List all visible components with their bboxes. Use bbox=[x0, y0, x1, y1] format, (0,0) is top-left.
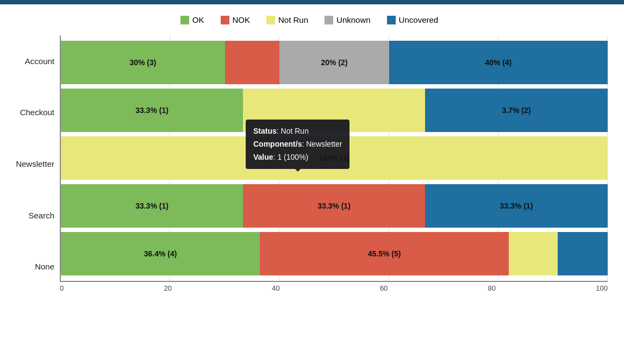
bar-segment-account-unknown: 20% (2) bbox=[279, 41, 389, 84]
legend-label-nok: NOK bbox=[233, 15, 251, 24]
y-label-checkout: Checkout bbox=[11, 108, 54, 117]
bar-row-account: 30% (3)20% (2)40% (4) bbox=[61, 41, 608, 84]
bar-segment-account-uncovered: 40% (4) bbox=[389, 41, 608, 84]
legend-color-notrun bbox=[266, 16, 275, 24]
bar-segment-none-nok: 45.5% (5) bbox=[260, 232, 509, 275]
bar-row-checkout: 33.3% (1)3.7% (2) bbox=[61, 89, 608, 132]
bar-row-newsletter: 100% (1) bbox=[61, 136, 608, 180]
legend-item-notrun: Not Run bbox=[266, 15, 308, 24]
top-bar bbox=[0, 0, 624, 4]
x-axis-label-40: 40 bbox=[272, 284, 279, 292]
x-axis-label-60: 60 bbox=[380, 284, 388, 292]
bar-segment-account-nok bbox=[225, 41, 280, 84]
bar-segment-account-ok: 30% (3) bbox=[61, 41, 225, 84]
legend-label-uncovered: Uncovered bbox=[399, 15, 439, 24]
legend-item-uncovered: Uncovered bbox=[387, 15, 439, 24]
x-axis-label-80: 80 bbox=[488, 284, 496, 292]
y-labels: AccountCheckoutNewsletterSearchNone bbox=[11, 35, 60, 292]
x-axis-label-100: 100 bbox=[596, 284, 608, 292]
bars-and-x: 30% (3)20% (2)40% (4)33.3% (1)3.7% (2)10… bbox=[60, 35, 608, 292]
y-label-newsletter: Newsletter bbox=[11, 159, 54, 168]
x-axis-label-20: 20 bbox=[164, 284, 171, 292]
bar-segment-newsletter-notrun: 100% (1) bbox=[61, 136, 608, 180]
y-label-search: Search bbox=[11, 211, 54, 220]
bar-row-search: 33.3% (1)33.3% (1)33.3% (1) bbox=[61, 184, 608, 228]
bar-segment-search-nok: 33.3% (1) bbox=[243, 184, 425, 228]
x-axis-label-0: 0 bbox=[60, 284, 64, 292]
bar-segment-checkout-notrun bbox=[243, 89, 425, 132]
x-axis: 020406080100 bbox=[60, 282, 608, 292]
legend-item-nok: NOK bbox=[221, 15, 251, 24]
legend-label-notrun: Not Run bbox=[278, 15, 308, 24]
legend-color-unknown bbox=[325, 16, 333, 24]
bar-segment-checkout-ok: 33.3% (1) bbox=[61, 89, 243, 132]
legend-label-ok: OK bbox=[192, 15, 204, 24]
y-label-account: Account bbox=[11, 57, 54, 66]
bar-segment-checkout-uncovered: 3.7% (2) bbox=[425, 89, 608, 132]
bar-row-none: 36.4% (4)45.5% (5) bbox=[61, 232, 608, 275]
bar-segment-none-notrun bbox=[509, 232, 558, 275]
legend-label-unknown: Unknown bbox=[336, 15, 371, 24]
legend-color-ok bbox=[180, 16, 189, 24]
legend-item-unknown: Unknown bbox=[325, 15, 371, 24]
bar-segment-search-uncovered: 33.3% (1) bbox=[425, 184, 608, 228]
bar-segment-none-ok: 36.4% (4) bbox=[61, 232, 260, 275]
chart-area: AccountCheckoutNewsletterSearchNone 30% … bbox=[11, 35, 608, 292]
y-label-none: None bbox=[11, 262, 54, 271]
legend-color-uncovered bbox=[387, 16, 396, 24]
legend: OKNOKNot RunUnknownUncovered bbox=[11, 15, 608, 24]
bar-segment-none-uncovered bbox=[558, 232, 608, 275]
bar-segment-search-ok: 33.3% (1) bbox=[61, 184, 243, 228]
bars-container: 30% (3)20% (2)40% (4)33.3% (1)3.7% (2)10… bbox=[60, 35, 608, 282]
main-container: OKNOKNot RunUnknownUncovered AccountChec… bbox=[0, 4, 624, 303]
legend-color-nok bbox=[221, 16, 229, 24]
legend-item-ok: OK bbox=[180, 15, 204, 24]
